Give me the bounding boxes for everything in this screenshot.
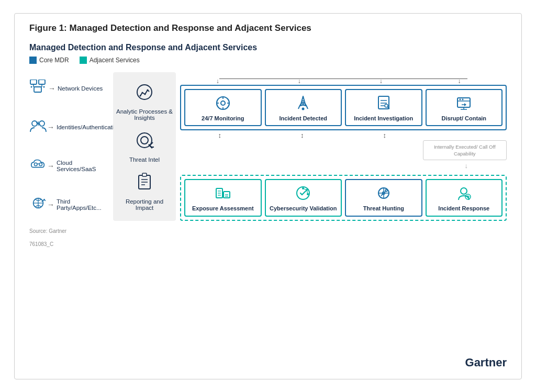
svg-point-83 bbox=[461, 188, 467, 194]
incident-detected-icon bbox=[294, 94, 312, 112]
network-devices-icon bbox=[29, 80, 47, 97]
svg-point-25 bbox=[142, 92, 143, 93]
analytic-processes-icon bbox=[135, 82, 154, 106]
legend-core: Core MDR bbox=[29, 57, 69, 64]
svg-point-39 bbox=[221, 101, 225, 105]
internally-executed-box: Internally Executed/ Call Off Capability bbox=[423, 140, 507, 161]
cybersecurity-validation-icon bbox=[294, 184, 312, 202]
core-boxes-row: 24/7 Monitoring bbox=[184, 89, 502, 126]
threat-hunting-box: Threat Hunting bbox=[345, 179, 422, 216]
middle-arrows-row: ↕ ↕ ↕ bbox=[180, 130, 507, 140]
incident-detected-box: Incident Detected bbox=[265, 89, 342, 126]
svg-point-6 bbox=[31, 86, 32, 87]
source-id: 761083_C bbox=[29, 241, 507, 247]
svg-point-8 bbox=[32, 121, 37, 126]
legend-core-label: Core MDR bbox=[39, 57, 69, 64]
ie-spacer bbox=[180, 140, 420, 161]
threat-intel-icon bbox=[135, 130, 154, 154]
svg-point-55 bbox=[460, 98, 461, 100]
adjacent-boxes-row: Exposure Assessment bbox=[184, 179, 502, 216]
svg-rect-4 bbox=[34, 87, 41, 92]
disrupt-contain-icon bbox=[455, 94, 473, 112]
input-identities: → Identities/Authentication bbox=[29, 118, 108, 136]
top-h-line bbox=[219, 79, 467, 79]
m-arrow-2: ↕ bbox=[263, 131, 342, 139]
top-arrow-3: ↓ bbox=[379, 77, 383, 85]
incident-response-box: Incident Response bbox=[426, 179, 503, 216]
svg-point-29 bbox=[141, 137, 148, 144]
cybersecurity-validation-box: Cybersecurity Validation bbox=[265, 179, 342, 216]
m-arrow-1: ↕ bbox=[180, 131, 260, 139]
cloud-label: Cloud Services/SaaS bbox=[57, 160, 108, 172]
legend-adjacent: Adjacent Services bbox=[80, 57, 140, 64]
legend-adjacent-label: Adjacent Services bbox=[90, 57, 140, 64]
incident-response-icon bbox=[455, 184, 473, 202]
core-section: 24/7 Monitoring bbox=[180, 85, 507, 130]
inputs-column: → Network Devices → Identities/Authe bbox=[29, 72, 113, 221]
arrow-identities: → bbox=[47, 123, 54, 131]
identities-icon bbox=[29, 118, 46, 136]
svg-point-44 bbox=[302, 107, 305, 110]
source-text: Source: Gartner bbox=[29, 228, 507, 234]
third-party-icon bbox=[29, 196, 46, 214]
cloud-icon bbox=[29, 157, 46, 175]
gartner-logo: Gartner bbox=[465, 356, 507, 369]
threat-intel-label: Threat Intel bbox=[129, 156, 160, 163]
svg-rect-37 bbox=[142, 173, 147, 176]
svg-point-13 bbox=[39, 163, 42, 166]
legend: Core MDR Adjacent Services bbox=[29, 57, 507, 64]
top-arrow-1: ↓ bbox=[216, 77, 219, 85]
network-devices-label: Network Devices bbox=[58, 85, 103, 92]
incident-response-label: Incident Response bbox=[438, 205, 489, 212]
svg-point-24 bbox=[140, 95, 141, 96]
reporting-label: Reporting and Impact bbox=[116, 198, 173, 211]
legend-core-box bbox=[29, 57, 37, 64]
svg-line-70 bbox=[302, 191, 306, 195]
third-party-label: Third Party/Apps/Etc... bbox=[57, 198, 108, 211]
monitoring-label: 24/7 Monitoring bbox=[202, 115, 244, 122]
incident-investigation-icon bbox=[375, 94, 393, 112]
figure-container: Figure 1: Managed Detection and Response… bbox=[14, 13, 522, 379]
svg-point-46 bbox=[303, 100, 304, 102]
incident-investigation-label: Incident Investigation bbox=[354, 115, 413, 122]
arrow-network: → bbox=[48, 84, 55, 93]
top-arrow-2: ↓ bbox=[298, 77, 301, 85]
disrupt-contain-box: Disrupt/ Contain bbox=[426, 89, 503, 126]
svg-point-51 bbox=[385, 104, 388, 107]
chart-title: Managed Detection and Response and Adjac… bbox=[29, 43, 507, 52]
threat-intel-item: Threat Intel bbox=[129, 126, 160, 167]
analytic-processes-item: Analytic Processes & Insights bbox=[116, 78, 173, 125]
monitoring-box: 24/7 Monitoring bbox=[184, 89, 262, 126]
ie-arrow-spacer bbox=[180, 162, 423, 170]
internally-executed-row: Internally Executed/ Call Off Capability bbox=[180, 140, 507, 161]
svg-point-26 bbox=[144, 93, 146, 95]
svg-rect-0 bbox=[30, 80, 37, 84]
input-network-devices: → Network Devices bbox=[29, 80, 108, 97]
cybersecurity-validation-label: Cybersecurity Validation bbox=[270, 205, 337, 212]
figure-title: Figure 1: Managed Detection and Response… bbox=[29, 23, 507, 33]
ie-arrow-row: ↓ bbox=[180, 161, 507, 170]
top-arrow-4: ↓ bbox=[457, 77, 461, 85]
threat-hunting-icon bbox=[375, 184, 393, 202]
main-diagram: → Network Devices → Identities/Authe bbox=[29, 72, 507, 221]
m-arrow-3: ↕ bbox=[345, 131, 425, 139]
svg-rect-1 bbox=[39, 80, 45, 84]
m-arrow-4-spacer bbox=[428, 131, 507, 139]
disrupt-contain-label: Disrupt/ Contain bbox=[441, 115, 486, 122]
input-third-party: → Third Party/Apps/Etc... bbox=[29, 196, 108, 214]
arrow-third-party: → bbox=[47, 200, 54, 209]
input-cloud: → Cloud Services/SaaS bbox=[29, 157, 108, 175]
adjacent-section: Exposure Assessment bbox=[180, 175, 507, 220]
legend-adjacent-box bbox=[80, 57, 87, 64]
exposure-assessment-icon bbox=[214, 184, 232, 202]
exposure-assessment-label: Exposure Assessment bbox=[192, 205, 254, 212]
svg-point-7 bbox=[43, 86, 45, 87]
right-content: ↓ ↓ ↓ ↓ bbox=[180, 72, 507, 221]
incident-detected-label: Incident Detected bbox=[279, 115, 327, 122]
incident-investigation-box: Incident Investigation bbox=[345, 89, 422, 126]
monitoring-icon bbox=[214, 94, 232, 112]
svg-point-19 bbox=[137, 85, 152, 99]
svg-point-9 bbox=[39, 121, 44, 126]
exposure-assessment-box: Exposure Assessment bbox=[184, 179, 262, 216]
reporting-item: Reporting and Impact bbox=[116, 168, 173, 215]
